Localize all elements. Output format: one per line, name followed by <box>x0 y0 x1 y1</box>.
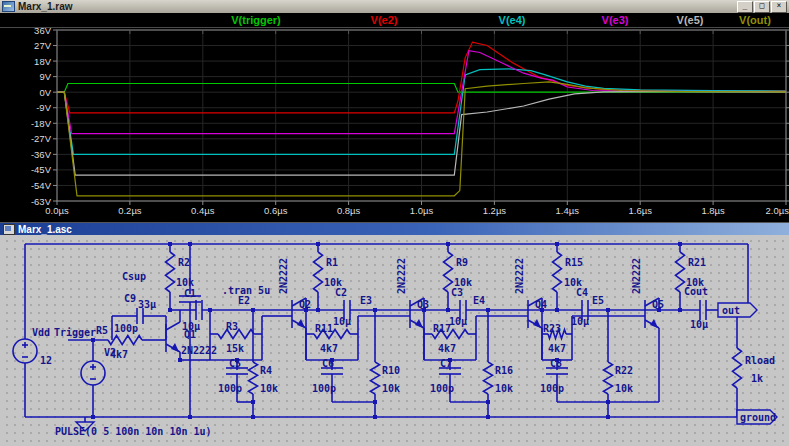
component-label[interactable]: Q2 <box>299 299 311 310</box>
component-label[interactable]: R23 <box>543 323 561 334</box>
out-port-label[interactable]: out <box>722 305 740 316</box>
trace-legend: V(trigger)V(e2)V(e4)V(e3)V(e5)V(out) <box>0 13 789 28</box>
y-axis-tick-label: 9V <box>39 71 51 82</box>
waveform-title-bar[interactable]: Marx_1.raw _ □ × <box>0 0 789 14</box>
component-label[interactable]: Q5 <box>652 299 664 310</box>
component-label[interactable]: 10k <box>382 383 400 394</box>
x-axis-tick-label: 0.4µs <box>191 205 215 216</box>
component-label[interactable]: R3 <box>226 321 238 332</box>
component-label[interactable]: 4k7 <box>438 343 456 354</box>
component-label[interactable]: 2N2222 <box>396 258 407 294</box>
component-label[interactable]: C5 <box>229 358 241 369</box>
component-label[interactable]: E4 <box>473 295 485 306</box>
schematic-title-bar[interactable]: Marx_1.asc <box>0 222 789 236</box>
x-axis-tick-label: 1.2µs <box>483 205 507 216</box>
component-label[interactable]: E2 <box>238 295 250 306</box>
component-label[interactable]: 10µ <box>571 316 589 327</box>
component-label[interactable]: C7 <box>440 358 452 369</box>
component-label[interactable]: R11 <box>315 323 333 334</box>
component-label[interactable]: E3 <box>360 295 372 306</box>
component-label[interactable]: C9 <box>124 293 136 304</box>
minimize-button[interactable]: _ <box>737 1 753 13</box>
component-label[interactable]: R4 <box>260 365 272 376</box>
component-label[interactable]: 12 <box>40 355 52 366</box>
component-label[interactable]: 10k <box>176 277 194 288</box>
legend-item-V(trigger)[interactable]: V(trigger) <box>231 14 281 26</box>
waveform-plot[interactable]: 36V27V18V9V0V-9V-18V-27V-36V-45V-54V-63V… <box>0 27 789 222</box>
legend-item-V(out)[interactable]: V(out) <box>739 14 771 26</box>
y-axis-tick-label: 18V <box>34 56 52 67</box>
component-label[interactable]: Vdd <box>32 327 50 338</box>
component-label[interactable]: Rload <box>745 355 775 366</box>
y-axis-tick-label: -36V <box>31 149 52 160</box>
component-label[interactable]: C4 <box>576 287 588 298</box>
y-axis-tick-label: -27V <box>31 133 52 144</box>
legend-item-V(e4)[interactable]: V(e4) <box>499 14 526 26</box>
component-label[interactable]: 2N2222 <box>514 258 525 294</box>
y-axis-tick-label: 36V <box>34 27 52 36</box>
component-label[interactable]: 10k <box>615 383 633 394</box>
component-label[interactable]: PULSE(0 5 100n 10n 10n 1u) <box>55 426 212 437</box>
component-label[interactable]: R16 <box>495 365 513 376</box>
component-label[interactable]: R1 <box>326 257 338 268</box>
y-axis-tick-label: 27V <box>34 40 52 51</box>
x-axis-tick-label: 2.0µs <box>766 205 789 216</box>
component-label[interactable]: R9 <box>456 257 468 268</box>
component-label[interactable]: 4k7 <box>548 343 566 354</box>
component-label[interactable]: R2 <box>178 257 190 268</box>
component-label[interactable]: 10µ <box>182 321 200 332</box>
component-label[interactable]: 15k <box>226 343 244 354</box>
component-label[interactable]: 2N2222 <box>631 258 642 294</box>
component-label[interactable]: 10µ <box>690 319 708 330</box>
component-label[interactable]: Q3 <box>417 299 429 310</box>
component-label[interactable]: R17 <box>433 323 451 334</box>
component-label[interactable]: 100p <box>218 383 242 394</box>
x-axis-tick-label: 1.8µs <box>701 205 725 216</box>
component-label[interactable]: 2N2222 <box>181 345 217 356</box>
schematic-drawing: outground.tran 5uCsup33µVdd12V2TriggerR5… <box>0 235 789 446</box>
schematic-window-title: Marx_1.asc <box>18 224 72 235</box>
x-axis-tick-label: 0.2µs <box>118 205 142 216</box>
component-label[interactable]: C8 <box>550 358 562 369</box>
component-label[interactable]: 10k <box>495 383 513 394</box>
component-label[interactable]: C6 <box>322 358 334 369</box>
component-label[interactable]: R22 <box>615 365 633 376</box>
component-label[interactable]: 10k <box>260 383 278 394</box>
maximize-button[interactable]: □ <box>754 1 770 13</box>
component-label[interactable]: E5 <box>592 295 604 306</box>
component-label[interactable]: R21 <box>688 257 706 268</box>
schematic-canvas[interactable]: outground.tran 5uCsup33µVdd12V2TriggerR5… <box>0 235 789 446</box>
component-label[interactable]: R5 <box>96 325 108 336</box>
component-label[interactable]: Q4 <box>535 299 547 310</box>
component-label[interactable]: R10 <box>382 365 400 376</box>
component-label[interactable]: 33µ <box>138 299 156 310</box>
component-label[interactable]: Trigger <box>54 327 96 338</box>
component-label[interactable]: C1 <box>184 288 196 299</box>
x-axis-tick-label: 0.6µs <box>264 205 288 216</box>
component-label[interactable]: 4k7 <box>320 343 338 354</box>
waveform-window-icon <box>2 1 15 12</box>
legend-item-V(e5)[interactable]: V(e5) <box>677 14 704 26</box>
component-label[interactable]: 4k7 <box>110 349 128 360</box>
close-button[interactable]: × <box>771 1 787 13</box>
component-label[interactable]: Csup <box>122 271 146 282</box>
ground-port-label[interactable]: ground <box>740 412 776 423</box>
component-label[interactable]: 10µ <box>449 316 467 327</box>
component-label[interactable]: 1k <box>751 373 763 384</box>
y-axis-tick-label: -45V <box>31 164 52 175</box>
component-label[interactable]: R15 <box>565 257 583 268</box>
component-label[interactable]: 100p <box>430 383 454 394</box>
legend-item-V(e2)[interactable]: V(e2) <box>371 14 398 26</box>
component-label[interactable]: 100p <box>540 383 564 394</box>
component-label[interactable]: C2 <box>335 287 347 298</box>
component-label[interactable]: 2N2222 <box>278 258 289 294</box>
component-label[interactable]: 10µ <box>333 316 351 327</box>
component-label[interactable]: Cout <box>684 286 708 297</box>
x-axis-tick-label: 1.6µs <box>628 205 652 216</box>
component-label[interactable]: 100p <box>312 383 336 394</box>
y-axis-tick-label: -54V <box>31 180 52 191</box>
component-label[interactable]: C3 <box>451 287 463 298</box>
component-label[interactable]: 100p <box>114 323 138 334</box>
legend-item-V(e3)[interactable]: V(e3) <box>602 14 629 26</box>
x-axis-tick-label: 1.4µs <box>556 205 580 216</box>
